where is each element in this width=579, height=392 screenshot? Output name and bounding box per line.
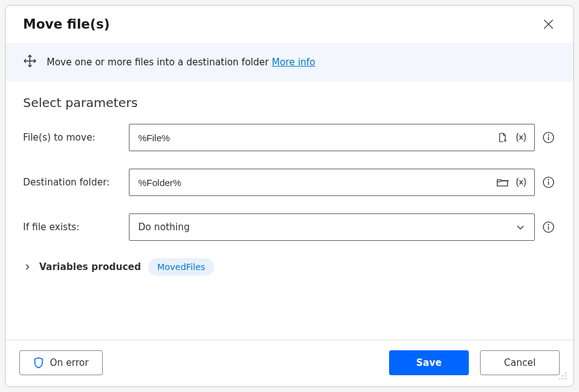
- banner-description: Move one or more files into a destinatio…: [47, 57, 269, 68]
- resize-grip-icon[interactable]: [558, 371, 567, 380]
- dialog-footer: On error Save Cancel: [6, 340, 573, 386]
- svg-point-12: [559, 378, 560, 380]
- variables-produced-row: Variables produced MovedFiles: [23, 258, 556, 276]
- on-error-label: On error: [50, 357, 88, 368]
- dialog-body: Select parameters File(s) to move:: [6, 82, 573, 340]
- files-info-button[interactable]: [541, 130, 556, 145]
- svg-point-13: [562, 378, 563, 380]
- svg-point-9: [565, 372, 567, 373]
- destination-folder-label: Destination folder:: [23, 177, 123, 188]
- variable-picker-button-2[interactable]: [514, 175, 528, 189]
- dialog-title: Move file(s): [23, 17, 110, 32]
- chevron-down-icon: [515, 222, 525, 232]
- more-info-link[interactable]: More info: [271, 57, 315, 68]
- file-picker-icon: [497, 132, 508, 143]
- destination-folder-input[interactable]: [138, 177, 491, 188]
- close-icon: [544, 19, 553, 29]
- files-to-move-input-wrap: [129, 124, 535, 151]
- variable-picker-button[interactable]: [514, 131, 528, 144]
- svg-point-2: [548, 134, 549, 135]
- variables-produced-label: Variables produced: [39, 261, 141, 273]
- svg-point-5: [548, 179, 549, 180]
- files-to-move-label: File(s) to move:: [23, 132, 123, 143]
- destination-folder-input-wrap: [129, 169, 535, 196]
- variable-icon: [515, 132, 527, 143]
- destination-info-button[interactable]: [541, 175, 556, 190]
- variable-pill-movedfiles[interactable]: MovedFiles: [148, 258, 214, 276]
- folder-icon: [496, 177, 509, 188]
- cancel-button[interactable]: Cancel: [480, 350, 560, 375]
- files-to-move-row: File(s) to move:: [23, 124, 556, 151]
- banner-text: Move one or more files into a destinatio…: [47, 57, 316, 68]
- chevron-right-icon: [24, 264, 31, 270]
- shield-icon: [34, 357, 44, 368]
- section-title: Select parameters: [23, 95, 556, 110]
- info-banner: Move one or more files into a destinatio…: [6, 43, 573, 82]
- footer-actions: Save Cancel: [389, 350, 560, 375]
- variables-toggle[interactable]: [23, 263, 32, 271]
- if-file-exists-value: Do nothing: [138, 222, 190, 233]
- titlebar: Move file(s): [6, 6, 573, 43]
- info-icon: [542, 221, 555, 233]
- if-file-exists-row: If file exists: Do nothing: [23, 213, 556, 241]
- save-button[interactable]: Save: [389, 350, 469, 375]
- pick-folder-button[interactable]: [496, 175, 509, 189]
- svg-point-14: [565, 378, 567, 380]
- info-icon: [542, 131, 555, 144]
- svg-point-10: [562, 375, 563, 376]
- svg-point-8: [548, 224, 549, 225]
- info-icon: [542, 176, 555, 189]
- if-file-exists-select[interactable]: Do nothing: [129, 213, 535, 241]
- if-file-exists-label: If file exists:: [23, 222, 123, 233]
- exists-info-button[interactable]: [541, 220, 556, 235]
- svg-point-11: [565, 375, 567, 376]
- variable-icon: [515, 177, 527, 188]
- pick-file-button[interactable]: [496, 131, 509, 144]
- move-files-dialog: Move file(s) Move one or more files into…: [5, 5, 574, 387]
- on-error-button[interactable]: On error: [19, 350, 103, 375]
- files-to-move-input[interactable]: [138, 133, 491, 143]
- move-arrows-icon: [23, 54, 37, 70]
- close-button[interactable]: [541, 17, 556, 32]
- destination-folder-row: Destination folder:: [23, 169, 556, 196]
